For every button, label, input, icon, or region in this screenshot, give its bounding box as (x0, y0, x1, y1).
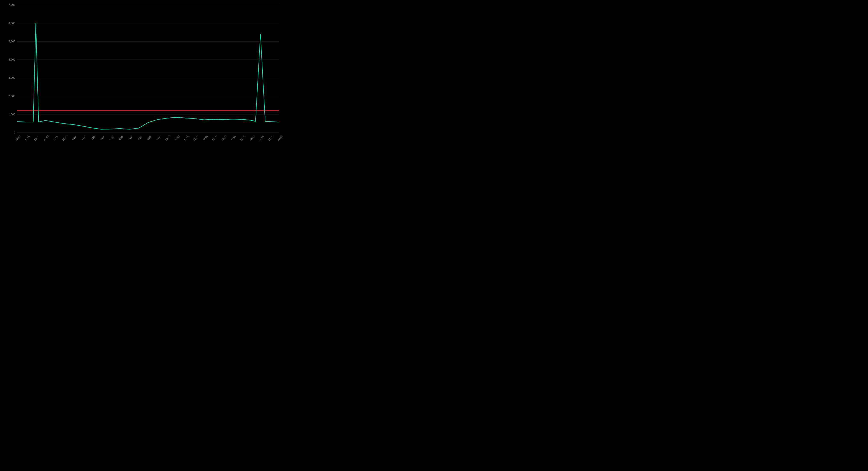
x-tick-13: 13:00 (193, 135, 199, 141)
chart-area: 0 1,000 2,000 3,000 4,000 5,000 6,000 7,… (17, 4, 279, 133)
x-tick-12: 12:00 (184, 135, 190, 141)
x-tick-19: 19:00 (24, 135, 30, 141)
chart-svg: 0 1,000 2,000 3,000 4,000 5,000 6,000 7,… (17, 4, 279, 133)
y-tick-2000: 2,000 (8, 94, 16, 97)
x-tick-15: 15:00 (212, 135, 218, 141)
x-tick-18-1: 18:00 (15, 135, 21, 141)
x-tick-20-2: 20:00 (258, 135, 265, 141)
x-tick-1: 1:00 (81, 136, 86, 141)
x-tick-3: 3:00 (100, 136, 105, 141)
x-tick-10: 10:00 (165, 135, 171, 141)
x-tick-22-1: 22:00 (53, 135, 59, 141)
x-tick-9: 9:00 (156, 136, 161, 141)
y-tick-5000: 5,000 (8, 40, 16, 43)
y-tick-6000: 6,000 (8, 21, 16, 25)
x-tick-6: 6:00 (128, 136, 133, 141)
y-tick-4000: 4,000 (8, 58, 16, 61)
y-tick-7000: 7,000 (8, 3, 16, 6)
x-tick-19-2: 19:00 (249, 135, 255, 141)
x-tick-16: 16:00 (221, 135, 227, 141)
x-tick-23: 23:00 (62, 135, 68, 141)
x-tick-22: 22:00 (277, 135, 283, 141)
x-tick-7: 7:00 (137, 136, 142, 141)
x-tick-2: 2:00 (90, 136, 95, 141)
x-tick-5: 5:00 (118, 136, 123, 141)
x-tick-4: 4:00 (109, 136, 114, 141)
y-tick-3000: 3,000 (8, 76, 16, 79)
x-tick-14: 14:00 (202, 135, 208, 141)
chart-container: 0 1,000 2,000 3,000 4,000 5,000 6,000 7,… (0, 0, 292, 158)
y-tick-1000: 1,000 (8, 113, 16, 116)
x-tick-21-1: 21:00 (43, 135, 49, 141)
x-tick-8: 8:00 (147, 136, 152, 141)
x-tick-17: 17:00 (230, 135, 236, 141)
x-tick-11: 11:00 (174, 135, 180, 141)
x-tick-21-2: 21:00 (268, 135, 274, 141)
x-tick-0: 0:00 (71, 136, 76, 141)
x-tick-20-1: 20:00 (34, 135, 40, 141)
visitor-inflow-line (17, 23, 279, 129)
x-tick-18-2: 18:00 (240, 135, 246, 141)
y-tick-0: 0 (14, 131, 16, 134)
